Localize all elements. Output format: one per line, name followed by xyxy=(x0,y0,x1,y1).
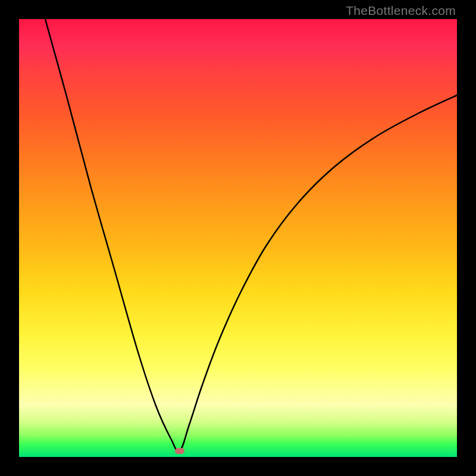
watermark-text: TheBottleneck.com xyxy=(346,4,456,18)
dip-marker xyxy=(175,448,184,454)
chart-plot-area xyxy=(19,19,457,457)
bottleneck-curve xyxy=(19,19,457,457)
